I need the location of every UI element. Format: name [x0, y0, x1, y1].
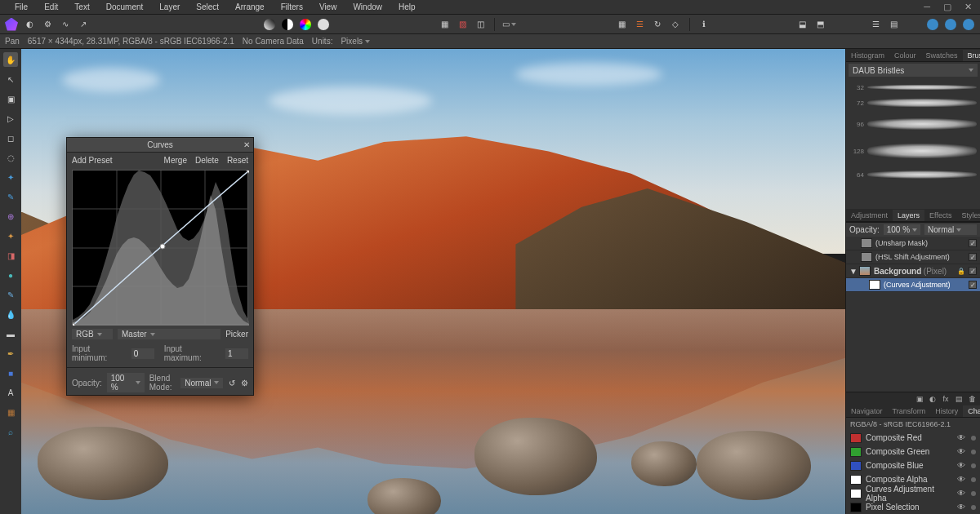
channel-row[interactable]: Curves Adjustment Alpha👁: [846, 486, 980, 500]
visibility-checkbox[interactable]: [969, 281, 977, 289]
stamp-tool-icon[interactable]: ⊕: [3, 209, 18, 224]
channel-dropdown[interactable]: RGB: [72, 329, 113, 339]
refine-icon[interactable]: ◫: [474, 18, 487, 31]
brush-tool-icon[interactable]: ✎: [3, 189, 18, 204]
eye-icon[interactable]: 👁: [957, 489, 967, 498]
align-icon[interactable]: ☰: [633, 18, 646, 31]
channel-row[interactable]: Composite Red👁: [846, 431, 980, 445]
delete-layer-icon[interactable]: 🗑: [967, 394, 977, 404]
menu-layer[interactable]: Layer: [151, 0, 188, 14]
flood-select-icon[interactable]: ✦: [3, 170, 18, 184]
adjustment-icon[interactable]: ◐: [928, 394, 938, 404]
expand-icon[interactable]: ▼: [849, 267, 856, 276]
close-icon[interactable]: ✕: [961, 2, 975, 12]
add-preset-button[interactable]: Add Preset: [72, 156, 112, 165]
brush-item[interactable]: 64: [849, 167, 977, 182]
visibility-checkbox[interactable]: [969, 267, 977, 275]
arrange-icon[interactable]: ↻: [651, 18, 664, 31]
minimize-icon[interactable]: ─: [920, 2, 933, 12]
menu-help[interactable]: Help: [390, 0, 424, 14]
menu-view[interactable]: View: [311, 0, 345, 14]
menu-select[interactable]: Select: [188, 0, 227, 14]
eye-icon[interactable]: 👁: [957, 475, 967, 484]
assistant-icon[interactable]: ℹ: [697, 18, 710, 31]
tab-colour[interactable]: Colour: [889, 50, 921, 61]
text-tool-icon[interactable]: A: [3, 385, 18, 400]
visibility-checkbox[interactable]: [969, 253, 977, 261]
eye-icon[interactable]: 👁: [957, 433, 967, 442]
visibility-checkbox[interactable]: [969, 239, 977, 247]
curves-close-icon[interactable]: ✕: [243, 140, 250, 149]
brush-item[interactable]: 32: [849, 82, 977, 92]
view-mode1-icon[interactable]: ☰: [869, 18, 882, 31]
tab-channels[interactable]: Channels: [963, 405, 980, 417]
snap-dropdown-icon[interactable]: ▭: [502, 18, 515, 31]
contrast-icon[interactable]: [281, 18, 294, 31]
tab-effects[interactable]: Effects: [924, 210, 956, 221]
gradient-tool-icon[interactable]: ▬: [3, 326, 18, 341]
grid-icon[interactable]: ▦: [615, 18, 628, 31]
node-tool-icon[interactable]: ▷: [3, 111, 18, 126]
canvas[interactable]: ✕ Curves ✕ Add Preset: [21, 49, 845, 514]
reset-opacity-icon[interactable]: ↺: [228, 376, 235, 389]
persona-develop-icon[interactable]: ∿: [59, 18, 72, 31]
tab-layers[interactable]: Layers: [893, 210, 924, 221]
menu-arrange[interactable]: Arrange: [227, 0, 273, 14]
cloud-account-icon[interactable]: [962, 18, 975, 31]
maximize-icon[interactable]: ▢: [940, 2, 955, 12]
brush-item[interactable]: 96: [849, 113, 977, 135]
tab-brushes[interactable]: Brushes: [963, 50, 980, 61]
brush-item[interactable]: 72: [849, 95, 977, 111]
channel-row[interactable]: Pixel Selection👁: [846, 500, 980, 514]
pan-tool-icon[interactable]: ✋: [3, 52, 18, 67]
curves-plot[interactable]: [72, 170, 248, 325]
tab-styles[interactable]: Styles: [956, 210, 980, 221]
layer-row[interactable]: (Curves Adjustment): [846, 278, 980, 292]
mask-icon[interactable]: ▣: [915, 394, 924, 404]
tab-history[interactable]: History: [930, 405, 963, 417]
channel-row[interactable]: Composite Blue👁: [846, 459, 980, 472]
tab-histogram[interactable]: Histogram: [846, 50, 889, 61]
crop-tool-icon[interactable]: ▣: [3, 91, 18, 106]
marquee-tool-icon[interactable]: ◻: [3, 131, 18, 145]
curves-dialog[interactable]: Curves ✕ Add Preset Merge Delete Reset: [66, 137, 254, 396]
menu-window[interactable]: Window: [345, 0, 390, 14]
channel-row[interactable]: Composite Green👁: [846, 445, 980, 459]
opacity-dropdown[interactable]: 100 %: [107, 373, 145, 392]
heal-tool-icon[interactable]: ✦: [3, 228, 18, 243]
colour-wheel-icon[interactable]: [299, 18, 312, 31]
persona-export-icon[interactable]: ↗: [77, 18, 90, 31]
eye-icon[interactable]: 👁: [957, 447, 967, 456]
cloud-doc-icon[interactable]: [926, 18, 939, 31]
blend-dropdown[interactable]: Normal: [180, 378, 223, 388]
tab-swatches[interactable]: Swatches: [921, 50, 963, 61]
menu-file[interactable]: File: [7, 0, 36, 14]
zoom-tool-icon[interactable]: ⌕: [3, 424, 18, 439]
smudge-tool-icon[interactable]: ✎: [3, 287, 18, 302]
eye-icon[interactable]: 👁: [957, 503, 967, 512]
swatch-fg-icon[interactable]: [263, 18, 276, 31]
crop-layer-icon[interactable]: ▤: [954, 394, 964, 404]
persona-liquify-icon[interactable]: ⚙: [41, 18, 54, 31]
tab-navigator[interactable]: Navigator: [846, 405, 888, 417]
dodge-tool-icon[interactable]: ●: [3, 268, 18, 282]
input-max-field[interactable]: [225, 348, 248, 359]
menu-edit[interactable]: Edit: [36, 0, 66, 14]
layer-blend-dropdown[interactable]: Normal: [924, 224, 977, 235]
menu-document[interactable]: Document: [98, 0, 152, 14]
layer-opacity-dropdown[interactable]: 100 %: [884, 224, 920, 235]
order-back-icon[interactable]: ⬓: [795, 18, 808, 31]
menu-text[interactable]: Text: [66, 0, 97, 14]
quick-mask-icon[interactable]: ▨: [456, 18, 469, 31]
eye-icon[interactable]: 👁: [957, 461, 967, 470]
order-front-icon[interactable]: ⬒: [813, 18, 826, 31]
selection-mode-icon[interactable]: ▦: [438, 18, 451, 31]
view-mode2-icon[interactable]: ▤: [887, 18, 900, 31]
master-dropdown[interactable]: Master: [118, 329, 220, 339]
lasso-tool-icon[interactable]: ◌: [3, 150, 18, 165]
eraser-tool-icon[interactable]: ◨: [3, 248, 18, 263]
move-tool-icon[interactable]: ↖: [3, 72, 18, 86]
tab-adjustment[interactable]: Adjustment: [846, 210, 893, 221]
menu-filters[interactable]: Filters: [273, 0, 311, 14]
swatch-none-icon[interactable]: [317, 18, 330, 31]
